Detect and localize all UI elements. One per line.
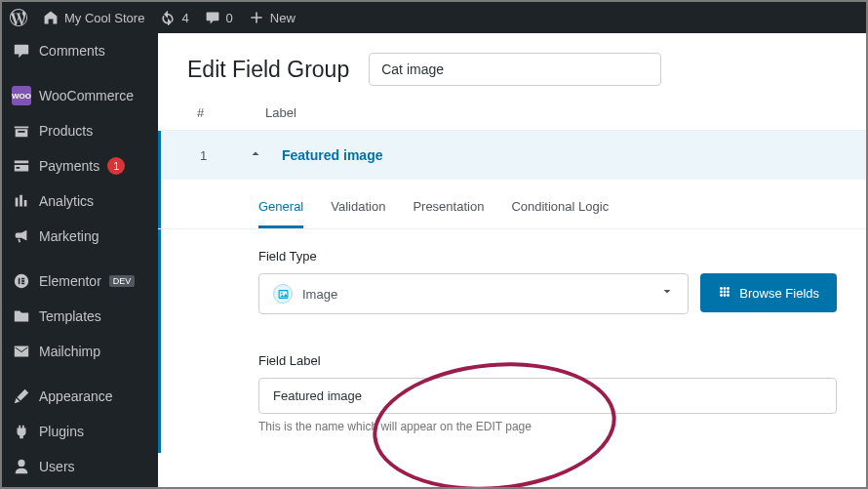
tab-presentation[interactable]: Presentation xyxy=(413,199,484,228)
column-order: # xyxy=(197,105,265,120)
svg-rect-3 xyxy=(21,280,24,282)
megaphone-icon xyxy=(12,226,31,246)
sidebar-item-marketing[interactable]: Marketing xyxy=(2,219,158,254)
field-label-link[interactable]: Featured image xyxy=(282,147,382,163)
svg-point-16 xyxy=(727,294,730,297)
field-type-value: Image xyxy=(302,287,337,302)
field-label-input[interactable] xyxy=(258,378,837,414)
sidebar-item-tools[interactable]: Tools xyxy=(2,484,158,487)
sidebar-item-label: Analytics xyxy=(39,193,94,209)
plus-icon xyxy=(249,10,264,25)
chart-icon xyxy=(12,191,31,211)
sidebar-item-templates[interactable]: Templates xyxy=(2,299,158,334)
woo-icon: WOO xyxy=(12,86,31,105)
comment-icon xyxy=(205,10,220,25)
comments-count: 0 xyxy=(226,11,233,25)
sidebar-item-label: Products xyxy=(39,123,93,139)
main-content: Edit Field Group # Label 1 Featured imag… xyxy=(158,33,866,487)
wp-logo[interactable] xyxy=(2,2,35,33)
field-group-name-input[interactable] xyxy=(369,53,661,86)
field-type-label: Field Type xyxy=(258,249,837,264)
sidebar-item-plugins[interactable]: Plugins xyxy=(2,414,158,449)
sidebar-item-woocommerce[interactable]: WOO WooCommerce xyxy=(2,78,158,113)
sidebar-item-label: WooCommerce xyxy=(39,88,134,103)
folder-icon xyxy=(12,306,31,326)
admin-sidebar: Comments WOO WooCommerce Products Paymen… xyxy=(2,33,158,487)
browse-label: Browse Fields xyxy=(739,286,819,301)
comments-link[interactable]: 0 xyxy=(197,2,241,33)
sidebar-item-label: Mailchimp xyxy=(39,344,100,359)
field-tabs: General Validation Presentation Conditio… xyxy=(158,180,866,228)
comment-icon xyxy=(12,41,31,61)
field-settings: Field Type Image Browse Fields xyxy=(158,229,866,453)
notification-badge: 1 xyxy=(107,157,125,175)
user-icon xyxy=(12,457,31,476)
field-order: 1 xyxy=(200,148,229,163)
brush-icon xyxy=(12,387,31,406)
card-icon xyxy=(12,156,31,176)
tab-general[interactable]: General xyxy=(258,199,303,228)
svg-point-8 xyxy=(720,287,723,290)
plug-icon xyxy=(12,422,31,441)
field-label-heading: Field Label xyxy=(258,353,837,368)
svg-point-13 xyxy=(727,290,730,293)
home-icon xyxy=(43,10,59,25)
new-content-link[interactable]: New xyxy=(241,2,303,33)
svg-point-9 xyxy=(724,287,727,290)
sidebar-item-label: Comments xyxy=(39,43,105,59)
sidebar-item-label: Marketing xyxy=(39,228,99,244)
image-icon xyxy=(273,284,293,304)
chevron-up-icon[interactable] xyxy=(249,146,262,164)
chevron-down-icon xyxy=(660,285,674,303)
sidebar-item-comments[interactable]: Comments xyxy=(2,33,158,68)
svg-point-5 xyxy=(18,460,24,467)
site-name: My Cool Store xyxy=(64,11,144,25)
svg-point-14 xyxy=(720,294,723,297)
sidebar-item-label: Elementor xyxy=(39,273,101,289)
elementor-icon xyxy=(12,271,31,291)
site-name-link[interactable]: My Cool Store xyxy=(35,2,152,33)
admin-bar: My Cool Store 4 0 New xyxy=(2,2,866,33)
refresh-icon xyxy=(160,10,176,25)
sidebar-item-label: Users xyxy=(39,459,75,474)
grid-icon xyxy=(718,285,731,302)
sidebar-item-products[interactable]: Products xyxy=(2,113,158,148)
svg-point-11 xyxy=(720,290,723,293)
new-label: New xyxy=(270,11,296,25)
sidebar-item-payments[interactable]: Payments 1 xyxy=(2,148,158,183)
svg-point-15 xyxy=(724,294,727,297)
svg-rect-4 xyxy=(21,283,24,285)
sidebar-item-mailchimp[interactable]: Mailchimp xyxy=(2,334,158,369)
sidebar-item-elementor[interactable]: Elementor DEV xyxy=(2,264,158,299)
svg-rect-1 xyxy=(19,278,20,284)
field-label-hint: This is the name which will appear on th… xyxy=(258,420,837,433)
browse-fields-button[interactable]: Browse Fields xyxy=(700,273,837,312)
updates-link[interactable]: 4 xyxy=(152,2,196,33)
svg-point-12 xyxy=(724,290,727,293)
tab-validation[interactable]: Validation xyxy=(331,199,385,228)
field-row[interactable]: 1 Featured image xyxy=(158,131,866,180)
sidebar-item-analytics[interactable]: Analytics xyxy=(2,183,158,219)
updates-count: 4 xyxy=(181,11,188,25)
dev-badge: DEV xyxy=(109,275,136,287)
sidebar-item-label: Payments xyxy=(39,158,99,174)
field-type-select[interactable]: Image xyxy=(258,273,689,314)
svg-point-10 xyxy=(727,287,730,290)
box-icon xyxy=(12,121,31,141)
column-label: Label xyxy=(265,105,296,120)
wordpress-icon xyxy=(10,9,27,26)
sidebar-item-label: Appearance xyxy=(39,388,113,404)
fields-table-header: # Label xyxy=(158,96,866,131)
svg-point-7 xyxy=(281,292,283,294)
svg-rect-2 xyxy=(21,278,24,280)
sidebar-item-label: Plugins xyxy=(39,424,84,439)
page-header: Edit Field Group xyxy=(158,33,866,96)
page-title: Edit Field Group xyxy=(187,57,349,83)
sidebar-item-label: Templates xyxy=(39,308,101,324)
sidebar-item-users[interactable]: Users xyxy=(2,449,158,484)
mail-icon xyxy=(12,342,31,361)
tab-conditional-logic[interactable]: Conditional Logic xyxy=(511,199,609,228)
sidebar-item-appearance[interactable]: Appearance xyxy=(2,379,158,414)
